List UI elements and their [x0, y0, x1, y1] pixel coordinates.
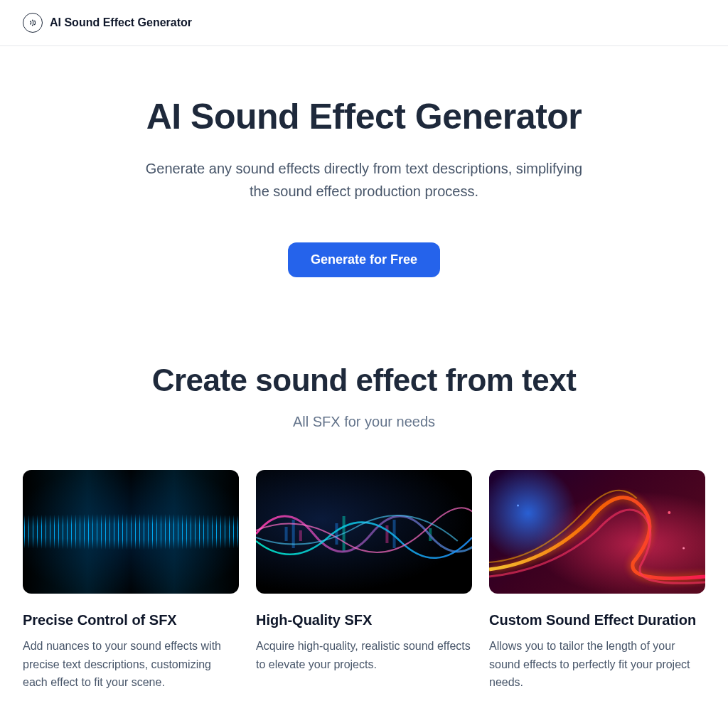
sound-wave-icon — [23, 13, 43, 33]
feature-image-curves — [256, 470, 472, 594]
hero-subtitle: Generate any sound effects directly from… — [136, 157, 592, 203]
feature-card: Precise Control of SFX Add nuances to yo… — [23, 470, 239, 692]
feature-card: Custom Sound Effect Duration Allows you … — [489, 470, 705, 692]
features-title: Create sound effect from text — [23, 363, 705, 398]
generate-free-button[interactable]: Generate for Free — [288, 242, 440, 277]
brand-name: AI Sound Effect Generator — [50, 16, 192, 29]
svg-point-8 — [668, 511, 670, 514]
feature-image-streaks — [489, 470, 705, 594]
svg-rect-2 — [299, 530, 302, 541]
feature-card-desc: Allows you to tailor the length of your … — [489, 637, 705, 692]
feature-image-waveform — [23, 470, 239, 594]
header: AI Sound Effect Generator — [0, 0, 728, 46]
svg-rect-3 — [335, 523, 338, 545]
hero-title: AI Sound Effect Generator — [57, 96, 671, 137]
feature-card: High-Quality SFX Acquire high-quality, r… — [256, 470, 472, 692]
feature-cards: Precise Control of SFX Add nuances to yo… — [23, 470, 705, 692]
features-section: Create sound effect from text All SFX fo… — [0, 363, 728, 692]
feature-card-title: Custom Sound Effect Duration — [489, 612, 705, 628]
hero-section: AI Sound Effect Generator Generate any s… — [0, 46, 728, 363]
svg-rect-5 — [385, 525, 388, 543]
feature-card-title: High-Quality SFX — [256, 612, 472, 628]
feature-card-desc: Acquire high-quality, realistic sound ef… — [256, 637, 472, 673]
feature-card-desc: Add nuances to your sound effects with p… — [23, 637, 239, 692]
svg-point-10 — [517, 505, 519, 507]
feature-card-title: Precise Control of SFX — [23, 612, 239, 628]
svg-rect-0 — [285, 527, 288, 541]
svg-point-9 — [682, 547, 685, 550]
features-subtitle: All SFX for your needs — [23, 414, 705, 430]
